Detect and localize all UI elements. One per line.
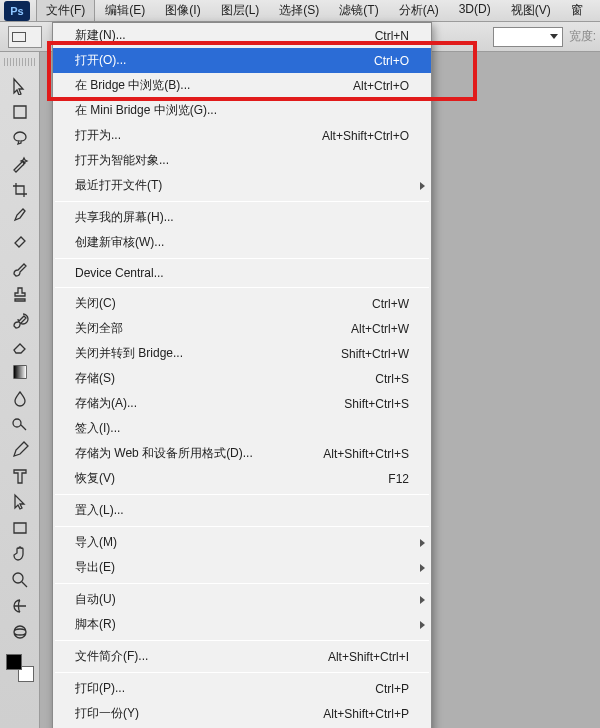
- menu-item-存储(S)[interactable]: 存储(S)Ctrl+S: [53, 366, 431, 391]
- path-select-tool[interactable]: [8, 490, 32, 514]
- hand-tool[interactable]: [8, 542, 32, 566]
- menu-item-存储为(A)...[interactable]: 存储为(A)...Shift+Ctrl+S: [53, 391, 431, 416]
- menu-item-签入(I)...[interactable]: 签入(I)...: [53, 416, 431, 441]
- menu-item-关闭并转到 Bridge...[interactable]: 关闭并转到 Bridge...Shift+Ctrl+W: [53, 341, 431, 366]
- eraser-tool[interactable]: [8, 334, 32, 358]
- menu-item-label: 关闭(C): [75, 295, 116, 312]
- submenu-arrow-icon: [420, 596, 425, 604]
- menu-item-关闭(C)[interactable]: 关闭(C)Ctrl+W: [53, 291, 431, 316]
- menu-item-label: 创建新审核(W)...: [75, 234, 164, 251]
- type-icon: [11, 467, 29, 485]
- menu-item-shortcut: Alt+Shift+Ctrl+S: [323, 447, 409, 461]
- menu-3D(D)[interactable]: 3D(D): [449, 0, 501, 22]
- eyedropper-icon: [11, 207, 29, 225]
- width-label: 宽度:: [569, 28, 596, 45]
- healing-tool[interactable]: [8, 230, 32, 254]
- toolbox: [0, 52, 40, 728]
- menu-item-label: 关闭全部: [75, 320, 123, 337]
- foreground-color-swatch[interactable]: [6, 654, 22, 670]
- marquee-tool[interactable]: [8, 100, 32, 124]
- menu-窗[interactable]: 窗: [561, 0, 593, 22]
- menu-视图(V)[interactable]: 视图(V): [501, 0, 561, 22]
- brush-tool[interactable]: [8, 256, 32, 280]
- crop-tool[interactable]: [8, 178, 32, 202]
- menu-item-新建(N)...[interactable]: 新建(N)...Ctrl+N: [53, 23, 431, 48]
- menu-item-label: 新建(N)...: [75, 27, 126, 44]
- menu-item-文件简介(F)...[interactable]: 文件简介(F)...Alt+Shift+Ctrl+I: [53, 644, 431, 669]
- menu-item-脚本(R)[interactable]: 脚本(R): [53, 612, 431, 637]
- menu-编辑(E)[interactable]: 编辑(E): [95, 0, 155, 22]
- menu-item-恢复(V)[interactable]: 恢复(V)F12: [53, 466, 431, 491]
- menu-separator: [55, 526, 429, 527]
- menu-item-label: 恢复(V): [75, 470, 115, 487]
- menu-item-关闭全部[interactable]: 关闭全部Alt+Ctrl+W: [53, 316, 431, 341]
- stamp-icon: [11, 285, 29, 303]
- menu-item-打开为智能对象...[interactable]: 打开为智能对象...: [53, 148, 431, 173]
- menu-item-打开为...[interactable]: 打开为...Alt+Shift+Ctrl+O: [53, 123, 431, 148]
- eyedropper-tool[interactable]: [8, 204, 32, 228]
- menu-item-创建新审核(W)...[interactable]: 创建新审核(W)...: [53, 230, 431, 255]
- menu-item-label: 签入(I)...: [75, 420, 120, 437]
- lasso-tool[interactable]: [8, 126, 32, 150]
- crop-icon: [11, 181, 29, 199]
- menu-item-存储为 Web 和设备所用格式(D)...[interactable]: 存储为 Web 和设备所用格式(D)...Alt+Shift+Ctrl+S: [53, 441, 431, 466]
- menu-item-Device Central...[interactable]: Device Central...: [53, 262, 431, 284]
- menu-item-打印(P)...[interactable]: 打印(P)...Ctrl+P: [53, 676, 431, 701]
- move-icon: [11, 77, 29, 95]
- menu-item-最近打开文件(T)[interactable]: 最近打开文件(T): [53, 173, 431, 198]
- menu-item-shortcut: Alt+Ctrl+W: [351, 322, 409, 336]
- type-tool[interactable]: [8, 464, 32, 488]
- submenu-arrow-icon: [420, 621, 425, 629]
- zoom-tool[interactable]: [8, 568, 32, 592]
- healing-icon: [11, 233, 29, 251]
- wand-tool[interactable]: [8, 152, 32, 176]
- menubar-container: Ps 文件(F)编辑(E)图像(I)图层(L)选择(S)滤镜(T)分析(A)3D…: [0, 0, 600, 22]
- menu-item-shortcut: Alt+Shift+Ctrl+O: [322, 129, 409, 143]
- menu-分析(A)[interactable]: 分析(A): [389, 0, 449, 22]
- menu-item-shortcut: Alt+Shift+Ctrl+I: [328, 650, 409, 664]
- menu-item-shortcut: Ctrl+O: [374, 54, 409, 68]
- 3d-orbit-tool[interactable]: [8, 620, 32, 644]
- menu-item-shortcut: Ctrl+N: [375, 29, 409, 43]
- pen-tool[interactable]: [8, 438, 32, 462]
- menu-separator: [55, 201, 429, 202]
- menu-item-导出(E)[interactable]: 导出(E): [53, 555, 431, 580]
- menubar: 文件(F)编辑(E)图像(I)图层(L)选择(S)滤镜(T)分析(A)3D(D)…: [36, 0, 593, 22]
- tool-preset-selector[interactable]: [8, 26, 42, 48]
- menu-item-自动(U)[interactable]: 自动(U): [53, 587, 431, 612]
- menu-item-label: 关闭并转到 Bridge...: [75, 345, 183, 362]
- menu-图层(L)[interactable]: 图层(L): [211, 0, 270, 22]
- dodge-tool[interactable]: [8, 412, 32, 436]
- menu-item-label: 脚本(R): [75, 616, 116, 633]
- move-tool[interactable]: [8, 74, 32, 98]
- menu-item-打开(O)...[interactable]: 打开(O)...Ctrl+O: [53, 48, 431, 73]
- menu-文件(F)[interactable]: 文件(F): [36, 0, 95, 22]
- menu-item-在 Mini Bridge 中浏览(G)...[interactable]: 在 Mini Bridge 中浏览(G)...: [53, 98, 431, 123]
- color-swatches[interactable]: [6, 654, 34, 682]
- zoom-icon: [11, 571, 29, 589]
- menu-item-label: 存储(S): [75, 370, 115, 387]
- marquee-icon: [11, 103, 29, 121]
- menu-图像(I)[interactable]: 图像(I): [155, 0, 210, 22]
- 3d-rotate-tool[interactable]: [8, 594, 32, 618]
- menu-item-打印一份(Y)[interactable]: 打印一份(Y)Alt+Shift+Ctrl+P: [53, 701, 431, 726]
- blur-tool[interactable]: [8, 386, 32, 410]
- panel-grip[interactable]: [4, 58, 36, 66]
- menu-item-在 Bridge 中浏览(B)...[interactable]: 在 Bridge 中浏览(B)...Alt+Ctrl+O: [53, 73, 431, 98]
- menu-item-shortcut: Shift+Ctrl+W: [341, 347, 409, 361]
- menu-滤镜(T)[interactable]: 滤镜(T): [329, 0, 388, 22]
- menu-item-导入(M)[interactable]: 导入(M): [53, 530, 431, 555]
- stamp-tool[interactable]: [8, 282, 32, 306]
- gradient-tool[interactable]: [8, 360, 32, 384]
- menu-item-置入(L)...[interactable]: 置入(L)...: [53, 498, 431, 523]
- options-dropdown[interactable]: [493, 27, 563, 47]
- menu-item-label: 打开为智能对象...: [75, 152, 169, 169]
- menu-选择(S)[interactable]: 选择(S): [269, 0, 329, 22]
- rectangle-tool[interactable]: [8, 516, 32, 540]
- menu-item-label: 最近打开文件(T): [75, 177, 162, 194]
- submenu-arrow-icon: [420, 564, 425, 572]
- menu-item-共享我的屏幕(H)...[interactable]: 共享我的屏幕(H)...: [53, 205, 431, 230]
- menu-item-label: 打印一份(Y): [75, 705, 139, 722]
- eraser-icon: [11, 337, 29, 355]
- history-brush-tool[interactable]: [8, 308, 32, 332]
